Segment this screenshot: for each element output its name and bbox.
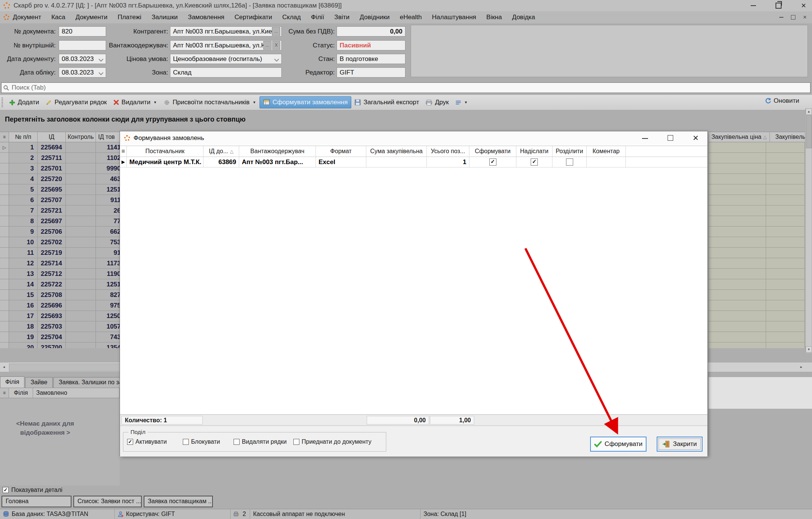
checkbox[interactable] — [566, 158, 573, 166]
zone-field[interactable]: Склад — [170, 67, 282, 78]
child-restore-icon[interactable] — [791, 15, 795, 20]
column-header-zamovleno[interactable]: Замовлено — [33, 388, 120, 398]
table-row[interactable]: 22257111102 — [0, 153, 120, 163]
close-icon[interactable]: × — [801, 2, 806, 10]
vertical-scrollbar[interactable]: ▲ ▼ — [805, 108, 812, 353]
row-selector[interactable] — [0, 174, 9, 184]
column-header[interactable]: ІД до...△ — [203, 146, 239, 157]
checkbox[interactable] — [293, 439, 299, 445]
menu-item[interactable]: Документ — [13, 14, 41, 21]
table-row[interactable]: 202257001354 — [0, 342, 120, 348]
table-row[interactable] — [709, 237, 805, 248]
row-selector[interactable]: ▷ — [0, 142, 9, 152]
vertical-scroll-thumb[interactable] — [806, 115, 812, 148]
table-row[interactable]: 15225708827 — [0, 290, 120, 300]
table-row[interactable] — [709, 195, 805, 205]
consignee-lookup-button[interactable]: ... — [263, 41, 272, 50]
row-selector[interactable] — [0, 300, 9, 310]
table-row[interactable]: 722572126 — [0, 205, 120, 216]
chevron-down-icon[interactable] — [99, 57, 103, 62]
split-option[interactable]: ✓Активувати — [127, 438, 167, 445]
table-row[interactable] — [709, 248, 805, 258]
row-selector[interactable] — [0, 269, 9, 279]
export-button[interactable]: Загальний експорт — [351, 97, 422, 108]
internal-number-field[interactable] — [59, 40, 106, 50]
table-row[interactable]: 142257221251 — [0, 279, 120, 290]
edit-row-button[interactable]: Редагувати рядок — [42, 97, 110, 108]
refresh-button[interactable]: Оновити — [765, 97, 799, 105]
row-selector[interactable] — [0, 163, 9, 174]
row-selector[interactable] — [0, 205, 9, 216]
column-header[interactable]: Формат — [316, 146, 366, 157]
document-tab[interactable]: Заявка поставщикам .. — [144, 496, 213, 507]
table-row[interactable] — [709, 184, 805, 195]
menu-item[interactable]: Документи — [76, 14, 108, 21]
checkbox[interactable]: ✓ — [489, 158, 496, 166]
menu-item[interactable]: Довідка — [512, 14, 535, 21]
menu-item[interactable]: Вікна — [486, 14, 502, 21]
table-row[interactable] — [709, 205, 805, 216]
menu-item[interactable]: Платежі — [118, 14, 141, 21]
toolbar-grip[interactable] — [2, 97, 3, 107]
row-selector[interactable] — [0, 227, 9, 237]
consignee-clear-button[interactable]: X — [272, 41, 280, 50]
table-row[interactable] — [709, 332, 805, 342]
print-button[interactable]: Друк — [422, 97, 452, 108]
table-row[interactable] — [709, 216, 805, 227]
column-header[interactable]: Вантажоодержувач — [239, 146, 316, 157]
dialog-close-icon[interactable]: × — [693, 132, 698, 144]
dialog-cell[interactable]: ✓ — [469, 157, 516, 167]
table-row[interactable] — [709, 300, 805, 311]
row-selector[interactable] — [0, 321, 9, 332]
add-button[interactable]: Додати — [6, 97, 42, 108]
checkbox[interactable]: ✓ — [531, 158, 538, 166]
split-option[interactable]: Блокувати — [183, 438, 220, 445]
checkbox-checked-icon[interactable]: ✓ — [3, 487, 9, 493]
table-row[interactable] — [709, 258, 805, 269]
table-row[interactable] — [709, 227, 805, 237]
menu-item[interactable]: Сертифікати — [234, 14, 272, 21]
counterparty-field[interactable]: Апт №003 пгт.Барышевка, ул.Кие — [170, 26, 282, 37]
table-row[interactable] — [709, 279, 805, 290]
column-header[interactable]: ІД тов — [96, 132, 120, 142]
table-row[interactable]: 16225696975 — [0, 300, 120, 311]
scroll-up-icon[interactable]: ▲ — [806, 108, 812, 115]
row-selector[interactable] — [0, 216, 9, 226]
menu-item[interactable]: eHealth — [400, 14, 422, 21]
account-date-field[interactable]: 08.03.2023 — [59, 67, 106, 78]
child-minimize-icon[interactable] — [779, 17, 783, 18]
row-selector[interactable] — [0, 258, 9, 268]
column-header[interactable]: Коментар — [587, 146, 626, 157]
column-header[interactable]: Розділити — [552, 146, 587, 157]
table-row[interactable] — [709, 142, 805, 153]
table-row[interactable] — [709, 290, 805, 300]
menu-item[interactable]: Склад — [282, 14, 301, 21]
column-header[interactable]: Надіслати — [516, 146, 552, 157]
table-row[interactable]: 32257019990 — [0, 163, 120, 174]
row-selector[interactable] — [0, 290, 9, 300]
table-row[interactable]: 1122571991 — [0, 248, 120, 258]
show-details-toggle[interactable]: ✓ Показувати деталі — [3, 487, 62, 493]
dialog-table-row[interactable]: ▶Медичний центр М.Т.К.63869Апт №003 пгт.… — [120, 157, 707, 167]
row-selector[interactable] — [0, 237, 9, 247]
minimize-icon[interactable] — [751, 5, 756, 6]
dialog-minimize-icon[interactable] — [642, 138, 648, 139]
table-row[interactable]: 182257031057 — [0, 321, 120, 332]
menu-item[interactable]: Довідники — [360, 14, 390, 21]
price-condition-field[interactable]: Ценообразование (госпиталь) — [170, 54, 282, 64]
menu-item[interactable]: Звіти — [334, 14, 349, 21]
bottom-tab[interactable]: Заявка. Залишки по за — [53, 377, 120, 388]
row-selector[interactable] — [0, 311, 9, 321]
scroll-right-icon[interactable]: ► — [797, 363, 805, 371]
column-header[interactable]: Постачальник — [127, 146, 203, 157]
dialog-maximize-icon[interactable] — [668, 135, 673, 141]
table-row[interactable]: 19225704743 — [0, 332, 120, 342]
assign-suppliers-button[interactable]: Присвоїти постачальників ▼ — [160, 97, 260, 108]
bottom-tab[interactable]: Зайве — [25, 377, 53, 388]
menu-item[interactable]: Каса — [51, 14, 65, 21]
table-row[interactable] — [709, 342, 805, 348]
menu-item[interactable]: Замовлення — [188, 14, 225, 21]
scroll-down-icon[interactable]: ▼ — [806, 346, 812, 353]
split-option[interactable]: Приеднати до документу — [293, 438, 371, 445]
counterparty-lookup-button[interactable]: ... — [272, 27, 280, 36]
